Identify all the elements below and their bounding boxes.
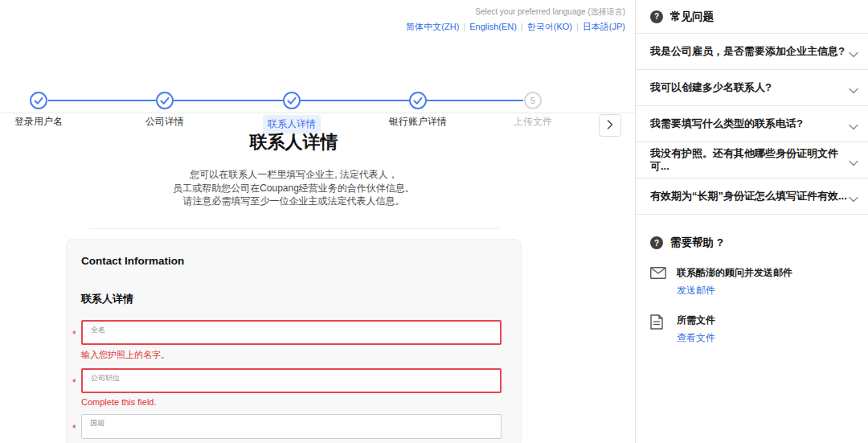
page-intro: 联系人详情 您可以在联系人一栏里填写企业主, 法定代表人， 员工或帮助您公司在C… — [66, 130, 522, 229]
required-marker: * — [72, 423, 76, 434]
field-full-name: * 全名 输入您护照上的名字。 — [81, 320, 501, 361]
step-label: 公司详情 — [145, 115, 184, 129]
chevron-down-icon — [849, 151, 858, 170]
field-company-position: * 公司职位 Complete this field. — [81, 368, 501, 407]
step-number: 5 — [524, 92, 542, 109]
nationality-input[interactable]: 国籍 — [81, 414, 502, 439]
faq-title: 常见问题 — [670, 10, 714, 24]
full-name-input[interactable]: 全名 — [81, 320, 502, 345]
help-item-email: 联系酷澎的顾问并发送邮件 发送邮件 — [650, 266, 868, 297]
separator: | — [572, 22, 583, 31]
faq-header: ? 常见问题 — [636, 0, 868, 34]
faq-item-long-term-id[interactable]: 有效期为“长期”身份证怎么填写证件有效... — [636, 178, 868, 215]
help-text: 所需文件 — [677, 314, 715, 327]
description-line: 员工或帮助您公司在Coupang经营业务的合作伙伴信息。 — [66, 182, 522, 195]
faq-item-contact-count[interactable]: 我可以创建多少名联系人? — [636, 70, 868, 106]
view-documents-link[interactable]: 查看文件 — [677, 331, 715, 345]
step-login-username[interactable]: 登录用户名 — [14, 92, 63, 129]
language-selector: Select your preferred language (选择语言) 简体… — [406, 6, 625, 33]
separator: | — [459, 22, 469, 31]
check-icon — [409, 92, 427, 109]
input-label: 国籍 — [90, 418, 104, 429]
language-note: Select your preferred language (选择语言) — [406, 6, 625, 18]
language-links: 简体中文(ZH)|English(EN)|한국어(KO)|日本語(JP) — [406, 21, 625, 33]
card-title: Contact Information — [81, 255, 501, 267]
document-icon — [650, 314, 666, 345]
language-link-zh[interactable]: 简体中文(ZH) — [406, 22, 459, 31]
required-marker: * — [72, 329, 76, 340]
check-icon — [283, 92, 301, 109]
input-label: 全名 — [91, 325, 105, 335]
faq-sidebar: ? 常见问题 我是公司雇员，是否需要添加企业主信息? 我可以创建多少名联系人? … — [635, 0, 868, 443]
main-panel: Select your preferred language (选择语言) 简体… — [0, 0, 635, 443]
chevron-down-icon — [849, 43, 858, 61]
separator: | — [517, 22, 527, 31]
intro-divider — [89, 228, 499, 229]
description-line: 您可以在联系人一栏里填写企业主, 法定代表人， — [66, 168, 522, 182]
faq-item-phone-type[interactable]: 我需要填写什么类型的联系电话? — [636, 106, 868, 142]
help-item-body: 联系酷澎的顾问并发送邮件 发送邮件 — [677, 266, 792, 297]
language-link-en[interactable]: English(EN) — [469, 22, 517, 31]
chevron-down-icon — [849, 79, 858, 97]
step-connector — [48, 100, 156, 101]
step-label: 银行账户详情 — [389, 115, 447, 129]
faq-question: 我需要填写什么类型的联系电话? — [650, 117, 803, 130]
contact-information-card: Contact Information 联系人详情 * 全名 输入您护照上的名字… — [66, 239, 522, 443]
chevron-right-icon — [607, 118, 613, 133]
progress-stepper: 登录用户名 公司详情 联系人详情 银行账户详情 5 上传文件 — [0, 44, 635, 113]
help-item-body: 所需文件 查看文件 — [677, 314, 715, 345]
step-upload-documents[interactable]: 5 上传文件 — [514, 92, 552, 129]
field-error: 输入您护照上的名字。 — [81, 349, 501, 361]
language-link-ko[interactable]: 한국어(KO) — [527, 22, 572, 31]
help-item-documents: 所需文件 查看文件 — [650, 314, 868, 345]
page-description: 您可以在联系人一栏里填写企业主, 法定代表人， 员工或帮助您公司在Coupang… — [66, 168, 522, 208]
step-number-text: 5 — [530, 96, 535, 105]
faq-question: 有效期为“长期”身份证怎么填写证件有效... — [650, 190, 847, 203]
step-label: 上传文件 — [514, 115, 552, 129]
form-fields: * 全名 输入您护照上的名字。 * 公司职位 Complete this fie… — [81, 320, 501, 443]
page-title: 联系人详情 — [66, 130, 522, 154]
step-company-details[interactable]: 公司详情 — [145, 92, 184, 129]
company-position-input[interactable]: 公司职位 — [81, 368, 502, 393]
input-label: 公司职位 — [91, 373, 120, 384]
faq-item-no-passport[interactable]: 我没有护照。还有其他哪些身份证明文件可... — [636, 142, 868, 178]
faq-question: 我是公司雇员，是否需要添加企业主信息? — [650, 45, 845, 58]
question-mark-icon: ? — [650, 236, 663, 249]
header-divider — [0, 113, 635, 113]
faq-item-owner-info[interactable]: 我是公司雇员，是否需要添加企业主信息? — [636, 34, 868, 70]
mail-icon — [650, 266, 666, 297]
help-title: 需要帮助 ? — [670, 236, 723, 250]
step-label: 登录用户名 — [14, 115, 63, 129]
help-text: 联系酷澎的顾问并发送邮件 — [677, 266, 792, 280]
chevron-down-icon — [849, 187, 858, 206]
help-section: ? 需要帮助 ? 联系酷澎的顾问并发送邮件 发送邮件 所需文件 查看文件 — [636, 236, 868, 345]
chevron-down-icon — [849, 115, 858, 133]
language-link-jp[interactable]: 日本語(JP) — [583, 22, 625, 31]
step-bank-account-details[interactable]: 银行账户详情 — [389, 92, 447, 129]
send-email-link[interactable]: 发送邮件 — [677, 284, 715, 297]
faq-question: 我没有护照。还有其他哪些身份证明文件可... — [650, 147, 849, 174]
collapse-sidebar-button[interactable] — [599, 114, 621, 137]
faq-question: 我可以创建多少名联系人? — [650, 81, 772, 94]
description-line: 请注意必需填写至少一位企业主或法定代表人信息。 — [66, 195, 522, 208]
required-marker: * — [72, 377, 76, 388]
question-mark-icon: ? — [650, 10, 663, 23]
field-nationality: * 国籍 — [81, 414, 501, 443]
check-icon — [156, 92, 174, 109]
field-error: Complete this field. — [81, 397, 501, 407]
section-title: 联系人详情 — [81, 292, 501, 306]
help-header: ? 需要帮助 ? — [650, 236, 868, 250]
check-icon — [30, 92, 47, 109]
